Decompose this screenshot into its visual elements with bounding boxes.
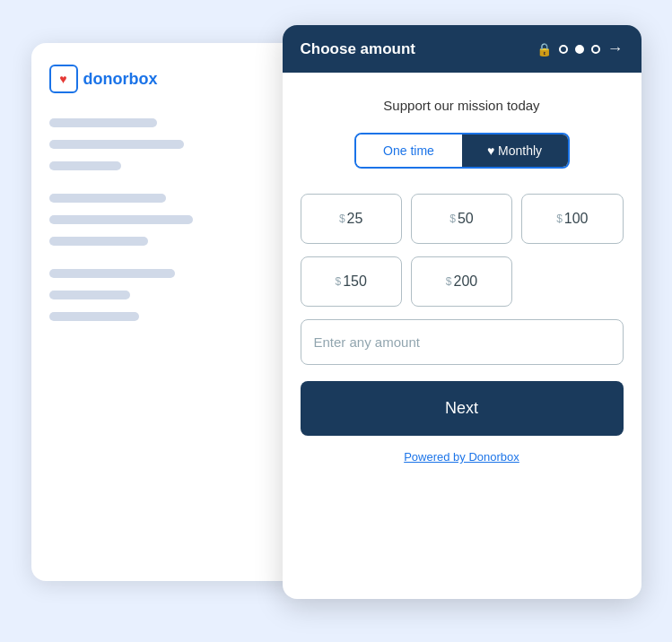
widget-header: Choose amount 🔒 → — [283, 25, 641, 73]
powered-by-link[interactable]: Powered by Donorbox — [404, 450, 519, 464]
logo-text: donorbox — [83, 70, 158, 89]
sidebar-card: ♥ donorbox — [31, 43, 310, 581]
amount-value: 100 — [564, 211, 589, 227]
step-dot-1 — [559, 45, 568, 54]
amount-value: 200 — [453, 273, 477, 290]
sidebar-line — [49, 118, 157, 127]
arrow-right-icon: → — [607, 39, 624, 58]
header-icons: 🔒 → — [537, 39, 624, 58]
sidebar-line — [49, 237, 148, 246]
lock-icon: 🔒 — [537, 42, 552, 56]
amount-200-button[interactable]: $ 200 — [411, 256, 512, 307]
dollar-sign: $ — [339, 213, 345, 225]
step-dot-3 — [591, 45, 600, 54]
dollar-sign: $ — [556, 213, 563, 225]
sidebar-line — [49, 312, 139, 321]
sidebar-line — [49, 291, 130, 299]
amount-50-button[interactable]: $ 50 — [411, 194, 512, 244]
sidebar-line — [49, 215, 193, 224]
widget-body: Support our mission today One time ♥ Mon… — [283, 73, 641, 482]
one-time-button[interactable]: One time — [356, 134, 462, 167]
sidebar-line — [49, 269, 175, 278]
support-text: Support our mission today — [383, 98, 539, 113]
heart-icon: ♥ — [59, 72, 66, 86]
amount-grid-row2: $ 150 $ 200 — [301, 256, 624, 307]
next-button[interactable]: Next — [301, 381, 624, 436]
step-dot-2 — [575, 45, 584, 54]
amount-value: 50 — [458, 211, 474, 227]
dollar-sign: $ — [335, 275, 341, 288]
sidebar-lines — [49, 118, 292, 321]
amount-150-button[interactable]: $ 150 — [301, 256, 402, 307]
widget-title: Choose amount — [301, 40, 415, 58]
dollar-sign: $ — [449, 213, 456, 225]
logo-icon: ♥ — [49, 65, 78, 93]
amount-value: 150 — [343, 273, 367, 290]
amount-grid-row1: $ 25 $ 50 $ 100 — [301, 194, 624, 244]
frequency-toggle[interactable]: One time ♥ Monthly — [354, 133, 570, 169]
sidebar-line — [49, 161, 121, 170]
sidebar-line — [49, 140, 184, 149]
custom-amount-input[interactable] — [301, 319, 624, 365]
scene: ♥ donorbox Choose amount 🔒 → — [31, 25, 641, 617]
dollar-sign: $ — [446, 275, 452, 288]
sidebar-line — [49, 194, 166, 203]
widget-card: Choose amount 🔒 → Support our mission to… — [283, 25, 641, 599]
monthly-button[interactable]: ♥ Monthly — [462, 134, 568, 167]
amount-100-button[interactable]: $ 100 — [521, 194, 623, 244]
logo-area: ♥ donorbox — [49, 65, 292, 93]
amount-25-button[interactable]: $ 25 — [301, 194, 402, 244]
amount-value: 25 — [347, 211, 363, 227]
